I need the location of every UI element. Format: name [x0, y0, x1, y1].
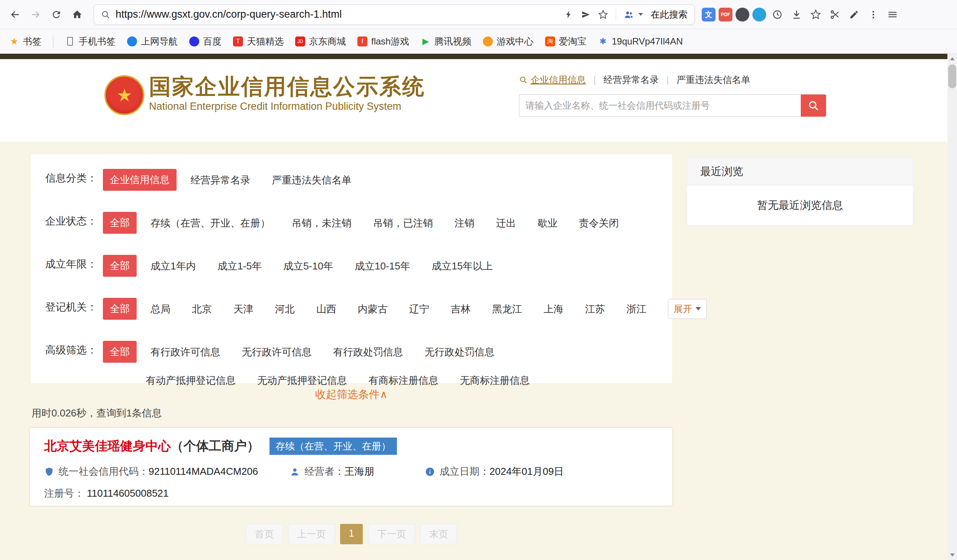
filter-option[interactable]: 经营异常名录 — [190, 171, 250, 189]
search-icon — [519, 76, 527, 84]
collapse-filters-link[interactable]: 收起筛选条件∧ — [31, 387, 672, 402]
filter-option[interactable]: 迁出 — [496, 214, 516, 232]
bookmark-item[interactable]: JD 京东商城 — [295, 35, 346, 48]
filter-option[interactable]: 责令关闭 — [579, 214, 619, 232]
bookmark-item[interactable]: f flash游戏 — [357, 35, 409, 48]
filter-option-active[interactable]: 企业信用信息 — [103, 169, 177, 191]
nav-abnormal-list[interactable]: 经营异常名录 — [603, 74, 659, 86]
filter-option[interactable]: 无商标注册信息 — [460, 371, 530, 390]
bookmark-label: 爱淘宝 — [559, 35, 587, 48]
search-button[interactable] — [801, 94, 826, 117]
forward-icon[interactable] — [26, 5, 45, 24]
filter-option[interactable]: 成立10-15年 — [355, 257, 410, 275]
phone-icon — [65, 36, 75, 46]
scroll-up-icon[interactable] — [947, 54, 957, 64]
filter-option[interactable]: 浙江 — [626, 300, 646, 318]
scroll-down-icon[interactable] — [947, 550, 957, 560]
filter-option[interactable]: 成立1-5年 — [217, 257, 262, 275]
filter-option[interactable]: 有动产抵押登记信息 — [146, 371, 236, 390]
scissors-icon[interactable] — [827, 7, 843, 23]
filter-option[interactable]: 成立5-10年 — [283, 257, 333, 275]
filter-option[interactable]: 吉林 — [451, 300, 471, 318]
filter-option[interactable]: 天津 — [233, 300, 253, 318]
filter-option[interactable]: 北京 — [192, 300, 212, 318]
filter-option[interactable]: 成立15年以上 — [432, 257, 493, 275]
filter-option[interactable]: 无行政许可信息 — [242, 343, 312, 361]
filter-option[interactable]: 无行政处罚信息 — [425, 343, 494, 361]
reload-icon[interactable] — [47, 5, 66, 24]
url-text[interactable]: https://www.gsxt.gov.cn/corp-query-searc… — [116, 8, 564, 20]
url-bar[interactable]: https://www.gsxt.gov.cn/corp-query-searc… — [94, 4, 695, 25]
bookmarks-bar: ★ 书签 手机书签 上网导航 百度 T 天猫精选 JD 京东商城 f flash… — [0, 29, 957, 54]
bookmark-item[interactable]: 游戏中心 — [483, 35, 534, 48]
filter-label: 信息分类： — [45, 169, 103, 191]
filter-option[interactable]: 歇业 — [537, 214, 557, 232]
blue-extension-icon[interactable] — [752, 8, 766, 21]
filter-option[interactable]: 山西 — [316, 300, 336, 318]
filter-option[interactable]: 严重违法失信名单 — [272, 171, 352, 189]
accounts-icon[interactable] — [624, 10, 634, 20]
filter-option[interactable]: 内蒙古 — [358, 300, 388, 318]
filter-option-active[interactable]: 全部 — [103, 212, 137, 234]
company-type: （个体工商户） — [171, 438, 259, 455]
pagination-prev[interactable]: 上一页 — [288, 524, 335, 544]
bookmark-item[interactable]: 淘 爱淘宝 — [545, 35, 587, 48]
bookmark-item[interactable]: ▶ 腾讯视频 — [421, 35, 471, 48]
filter-option[interactable]: 河北 — [275, 300, 295, 318]
hamburger-menu-icon[interactable] — [884, 7, 901, 23]
toolbar-star-icon[interactable] — [808, 7, 824, 23]
filter-option[interactable]: 黑龙江 — [492, 300, 522, 318]
bookmark-item[interactable]: 百度 — [189, 35, 221, 48]
bookmark-item[interactable]: 手机书签 — [65, 35, 116, 48]
pagination-next[interactable]: 下一页 — [368, 524, 415, 544]
nav-illegal-list[interactable]: 严重违法失信名单 — [676, 74, 750, 86]
home-icon[interactable] — [68, 5, 87, 24]
bookmark-item[interactable]: ★ 书签 — [9, 35, 41, 48]
downloads-icon[interactable] — [788, 7, 805, 23]
pencil-icon[interactable] — [846, 7, 862, 23]
dark-extension-icon[interactable] — [736, 8, 749, 21]
filter-option[interactable]: 有行政许可信息 — [150, 343, 220, 361]
company-name-link[interactable]: 北京艾美佳瑶健身中心 — [44, 438, 171, 455]
filter-option[interactable]: 江苏 — [585, 300, 605, 318]
scrollbar-thumb[interactable] — [948, 64, 956, 88]
page-scrollbar[interactable] — [947, 54, 957, 560]
search-hint-text[interactable]: 在此搜索 — [651, 8, 688, 21]
history-clock-icon[interactable] — [769, 7, 785, 23]
filter-option[interactable]: 吊销，未注销 — [292, 214, 352, 232]
bookmark-item[interactable]: ✱ 19quRVp47Il4AN — [598, 36, 683, 47]
expand-button[interactable]: 展开 — [668, 299, 707, 319]
filter-option-active[interactable]: 全部 — [103, 298, 137, 320]
filter-option[interactable]: 存续（在营、开业、在册） — [150, 214, 270, 232]
overflow-menu-icon[interactable] — [865, 7, 881, 23]
page-viewport: ★ 国家企业信用信息公示系统 National Enterprise Credi… — [0, 54, 957, 560]
filter-option[interactable]: 总局 — [150, 300, 170, 318]
pdf-extension-icon[interactable]: PDF — [719, 8, 732, 21]
filter-option[interactable]: 辽宁 — [409, 300, 429, 318]
nav-credit-info[interactable]: 企业信用信息 — [519, 74, 586, 86]
filter-option-active[interactable]: 全部 — [103, 255, 137, 277]
bookmark-star-icon[interactable] — [598, 10, 608, 20]
pagination-page-1[interactable]: 1 — [340, 524, 363, 544]
filter-option[interactable]: 上海 — [544, 300, 564, 318]
pagination: 首页 上一页 1 下一页 末页 — [31, 524, 672, 544]
translate-extension-icon[interactable]: 文 — [702, 8, 716, 21]
filter-option-active[interactable]: 全部 — [103, 341, 137, 363]
filter-option[interactable]: 有行政处罚信息 — [333, 343, 403, 361]
filter-row-advanced: 高级筛选： 全部 有行政许可信息 无行政许可信息 有行政处罚信息 无行政处罚信息… — [45, 341, 661, 390]
bookmark-item[interactable]: 上网导航 — [127, 35, 178, 48]
back-icon[interactable] — [5, 5, 25, 24]
filter-option[interactable]: 有商标注册信息 — [369, 371, 438, 390]
send-icon[interactable] — [581, 10, 590, 19]
pagination-first[interactable]: 首页 — [246, 524, 283, 544]
filter-option[interactable]: 注销 — [455, 214, 474, 232]
lightning-icon[interactable] — [564, 10, 574, 19]
filter-label: 企业状态： — [45, 212, 103, 234]
operator-icon — [290, 467, 300, 477]
pagination-last[interactable]: 末页 — [420, 524, 457, 544]
filter-option[interactable]: 成立1年内 — [150, 257, 196, 275]
filter-option[interactable]: 无动产抵押登记信息 — [257, 371, 347, 390]
enterprise-search-input[interactable] — [519, 94, 801, 117]
filter-option[interactable]: 吊销，已注销 — [373, 214, 433, 232]
bookmark-item[interactable]: T 天猫精选 — [233, 35, 284, 48]
